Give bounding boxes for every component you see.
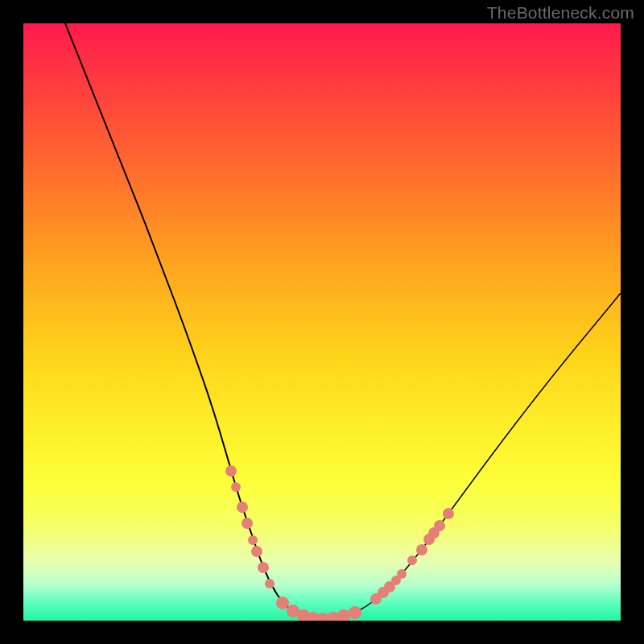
data-marker (349, 606, 361, 619)
data-marker (248, 535, 258, 545)
data-marker (231, 482, 241, 492)
data-marker (237, 502, 248, 513)
data-marker (407, 555, 417, 565)
chart-plot-area (23, 23, 621, 621)
data-marker (337, 609, 350, 621)
data-marker (276, 597, 289, 609)
data-markers (225, 465, 454, 621)
chart-overlay-svg (23, 23, 621, 621)
data-marker (242, 518, 253, 529)
data-marker (416, 544, 427, 555)
data-marker (251, 546, 262, 557)
data-marker (397, 569, 407, 579)
outer-frame: TheBottleneck.com (0, 0, 644, 644)
watermark-text: TheBottleneck.com (487, 3, 634, 23)
data-marker (443, 508, 454, 519)
data-marker (225, 465, 237, 477)
bottleneck-curve-left (65, 23, 317, 619)
data-marker (434, 520, 445, 531)
bottleneck-curve-right (317, 293, 621, 619)
data-marker (265, 579, 275, 588)
data-marker (258, 562, 269, 573)
